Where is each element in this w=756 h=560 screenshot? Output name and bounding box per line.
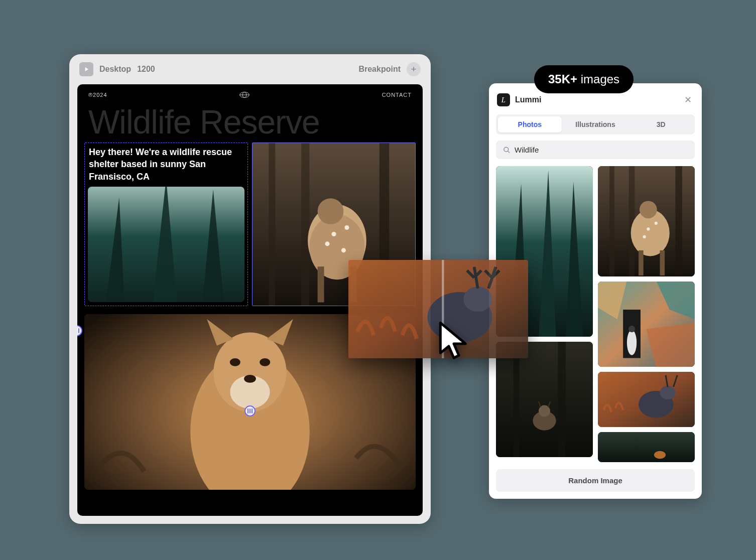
svg-rect-11 xyxy=(318,266,324,302)
svg-rect-39 xyxy=(675,166,682,276)
svg-point-50 xyxy=(628,326,635,332)
svg-rect-5 xyxy=(269,143,275,306)
svg-point-46 xyxy=(643,235,646,238)
intro-cell[interactable]: Hey there! We're a wildlife rescue shelt… xyxy=(84,143,248,306)
globe-icon xyxy=(239,91,250,98)
toolbar-right-group: Breakpoint + xyxy=(358,62,421,76)
play-icon xyxy=(83,66,90,73)
gallery-column-right xyxy=(598,166,695,462)
panel-header: L Lummi ✕ xyxy=(496,90,695,114)
image-count-badge: 35K+ images xyxy=(534,65,634,93)
gallery-item-spotted-deer[interactable] xyxy=(598,166,695,276)
tab-3d[interactable]: 3D xyxy=(629,116,693,132)
asset-type-tabs: Photos Illustrations 3D xyxy=(496,114,695,134)
svg-rect-37 xyxy=(609,166,614,276)
svg-rect-32 xyxy=(514,342,520,457)
panel-title: Lummi xyxy=(515,95,541,104)
tab-photos[interactable]: Photos xyxy=(498,116,562,132)
gallery-item-dark-forest-animal[interactable] xyxy=(496,342,593,457)
close-icon: ✕ xyxy=(684,95,692,105)
svg-rect-31 xyxy=(496,342,593,457)
badge-suffix: images xyxy=(581,72,619,86)
svg-point-21 xyxy=(230,358,240,366)
preview-button[interactable] xyxy=(79,62,93,76)
svg-point-23 xyxy=(244,375,256,383)
viewport-width-value[interactable]: 1200 xyxy=(137,65,155,74)
search-input[interactable] xyxy=(515,146,688,154)
gallery-item-mural-wall[interactable] xyxy=(598,282,695,367)
random-image-button[interactable]: Random Image xyxy=(496,469,695,492)
cursor-icon xyxy=(437,321,471,363)
intro-text[interactable]: Hey there! We're a wildlife rescue shelt… xyxy=(88,146,244,187)
svg-point-15 xyxy=(325,241,330,246)
svg-rect-42 xyxy=(639,250,644,275)
tab-illustrations[interactable]: Illustrations xyxy=(564,116,627,132)
drag-bars-icon xyxy=(247,408,253,413)
svg-point-53 xyxy=(660,386,676,399)
lummi-app-icon: L xyxy=(497,93,510,106)
svg-point-26 xyxy=(463,287,492,312)
svg-rect-54 xyxy=(598,432,695,462)
contact-link[interactable]: CONTACT xyxy=(382,92,412,98)
drag-bars-icon xyxy=(77,328,79,333)
plus-icon: + xyxy=(411,64,417,75)
gallery-item-pine-fox[interactable] xyxy=(598,432,695,462)
gallery-item-elk-autumn[interactable] xyxy=(598,372,695,427)
svg-point-45 xyxy=(647,227,650,230)
svg-point-14 xyxy=(331,232,336,236)
svg-point-22 xyxy=(260,358,270,366)
site-year: ®2024 xyxy=(88,92,107,98)
svg-point-44 xyxy=(655,222,658,225)
breakpoint-label[interactable]: Breakpoint xyxy=(358,65,401,74)
svg-rect-33 xyxy=(558,342,566,457)
search-icon xyxy=(503,146,511,154)
add-breakpoint-button[interactable]: + xyxy=(407,62,421,76)
canvas-toolbar: Desktop 1200 Breakpoint + xyxy=(77,62,423,84)
toolbar-left-group: Desktop 1200 xyxy=(79,62,155,76)
forest-image-slot[interactable] xyxy=(88,187,244,302)
site-header: ®2024 CONTACT xyxy=(77,84,423,105)
svg-rect-43 xyxy=(660,250,665,275)
svg-point-49 xyxy=(627,330,637,355)
badge-count: 35K+ xyxy=(548,72,577,86)
svg-point-16 xyxy=(341,248,346,252)
svg-point-41 xyxy=(640,201,657,218)
close-button[interactable]: ✕ xyxy=(682,92,694,107)
svg-line-29 xyxy=(508,151,510,153)
search-field[interactable] xyxy=(496,141,695,159)
svg-point-13 xyxy=(344,225,349,230)
svg-point-28 xyxy=(504,147,509,152)
svg-rect-6 xyxy=(301,143,309,306)
svg-point-55 xyxy=(654,451,666,459)
resize-handle-bottom[interactable] xyxy=(244,405,256,416)
svg-point-10 xyxy=(318,198,344,224)
hero-title[interactable]: Wildlife Reserve xyxy=(77,105,423,138)
viewport-mode-label[interactable]: Desktop xyxy=(99,65,131,74)
